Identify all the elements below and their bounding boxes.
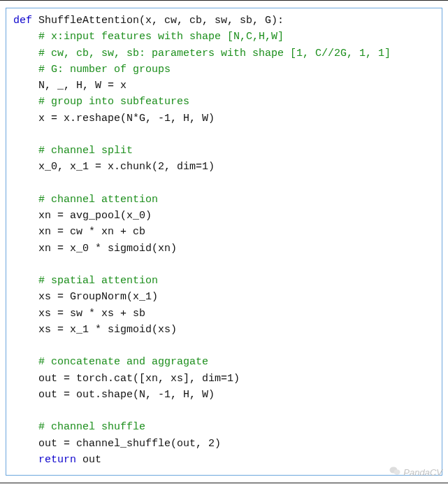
code-line: # cw, cb, sw, sb: parameters with shape … (13, 45, 435, 62)
code-line: xn = x_0 * sigmoid(xn) (13, 241, 435, 257)
svg-point-1 (394, 469, 400, 475)
code-line: xs = GroupNorm(x_1) (13, 289, 435, 305)
code-block: def ShuffleAttention(x, cw, cb, sw, sb, … (6, 8, 442, 476)
watermark-text: PandaCV (403, 466, 442, 480)
code-line: out = torch.cat([xn, xs], dim=1) (13, 371, 435, 387)
code-line: xs = x_1 * sigmoid(xs) (13, 322, 435, 338)
code-frame: def ShuffleAttention(x, cw, cb, sw, sb, … (0, 0, 448, 483)
code-line: x_0, x_1 = x.chunk(2, dim=1) (13, 159, 435, 175)
code-line: # concatenate and aggragate (13, 354, 435, 370)
code-line: x = x.reshape(N*G, -1, H, W) (13, 111, 435, 127)
code-line: xn = cw * xn + cb (13, 224, 435, 240)
code-line: xs = sw * xs + sb (13, 306, 435, 322)
code-line (13, 338, 435, 354)
code-line: # x:input features with shape [N,C,H,W] (13, 29, 435, 45)
code-line (13, 127, 435, 143)
wechat-icon (389, 466, 400, 480)
code-line: # spatial attention (13, 273, 435, 289)
code-line: out = channel_shuffle(out, 2) (13, 436, 435, 452)
code-line (13, 257, 435, 273)
code-line: return out (13, 452, 435, 468)
code-line: N, _, H, W = x (13, 78, 435, 94)
code-line (13, 403, 435, 419)
code-line: # channel split (13, 143, 435, 159)
code-line: # group into subfeatures (13, 94, 435, 110)
code-line: out = out.shape(N, -1, H, W) (13, 387, 435, 403)
code-line: # channel shuffle (13, 419, 435, 435)
watermark: PandaCV (389, 466, 442, 480)
code-line (13, 176, 435, 192)
code-line: xn = avg_pool(x_0) (13, 208, 435, 224)
code-line: def ShuffleAttention(x, cw, cb, sw, sb, … (13, 13, 435, 29)
code-line: # G: number of groups (13, 62, 435, 78)
code-line: # channel attention (13, 192, 435, 208)
